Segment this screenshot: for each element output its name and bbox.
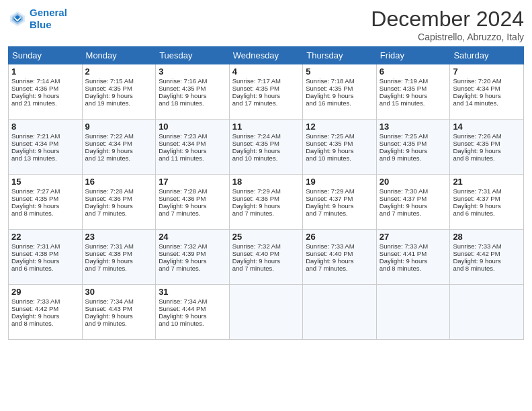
day-info: Daylight: 9 hours: [306, 147, 373, 154]
calendar-cell: 7Sunrise: 7:20 AMSunset: 4:34 PMDaylight…: [450, 64, 524, 120]
day-info: Sunrise: 7:31 AM: [85, 242, 153, 250]
col-header-monday: Monday: [82, 47, 156, 64]
day-info: Sunrise: 7:20 AM: [453, 77, 521, 85]
day-info: Daylight: 9 hours: [159, 257, 226, 265]
day-info: Sunrise: 7:33 AM: [306, 242, 373, 250]
calendar-cell: 28Sunrise: 7:33 AMSunset: 4:42 PMDayligh…: [450, 230, 524, 285]
col-header-wednesday: Wednesday: [229, 47, 303, 64]
calendar-cell: 8Sunrise: 7:21 AMSunset: 4:34 PMDaylight…: [9, 120, 83, 175]
calendar-cell: [450, 285, 524, 340]
day-info: Daylight: 9 hours: [11, 147, 79, 154]
day-info: Daylight: 9 hours: [380, 257, 447, 265]
month-title: December 2024: [371, 7, 524, 32]
day-info: and 8 minutes.: [11, 320, 79, 327]
day-info: Daylight: 9 hours: [11, 312, 79, 320]
day-info: and 10 minutes.: [232, 154, 300, 162]
day-number: 24: [159, 232, 226, 242]
calendar-cell: 3Sunrise: 7:16 AMSunset: 4:35 PMDaylight…: [156, 64, 230, 120]
day-info: and 13 minutes.: [11, 154, 79, 162]
calendar-cell: 23Sunrise: 7:31 AMSunset: 4:38 PMDayligh…: [82, 230, 156, 285]
day-info: Sunrise: 7:28 AM: [159, 187, 226, 195]
calendar-cell: 27Sunrise: 7:33 AMSunset: 4:41 PMDayligh…: [376, 230, 450, 285]
day-number: 8: [11, 122, 79, 132]
day-info: and 7 minutes.: [306, 265, 373, 272]
day-info: Sunrise: 7:22 AM: [85, 132, 153, 140]
calendar-cell: 11Sunrise: 7:24 AMSunset: 4:35 PMDayligh…: [229, 120, 303, 175]
day-info: and 12 minutes.: [85, 154, 153, 162]
day-info: Sunset: 4:35 PM: [232, 85, 300, 92]
calendar-cell: 5Sunrise: 7:18 AMSunset: 4:35 PMDaylight…: [303, 64, 377, 120]
day-info: Sunrise: 7:14 AM: [11, 77, 79, 85]
day-number: 3: [159, 66, 226, 77]
day-info: and 7 minutes.: [306, 210, 373, 217]
day-info: Sunset: 4:40 PM: [232, 250, 300, 257]
logo-general: General: [30, 7, 67, 18]
day-info: Sunrise: 7:24 AM: [232, 132, 300, 140]
day-info: Sunrise: 7:19 AM: [380, 77, 447, 85]
day-number: 18: [232, 177, 300, 187]
calendar-cell: 1Sunrise: 7:14 AMSunset: 4:36 PMDaylight…: [9, 64, 83, 120]
calendar-cell: 16Sunrise: 7:28 AMSunset: 4:36 PMDayligh…: [82, 175, 156, 230]
day-info: and 9 minutes.: [380, 154, 447, 162]
day-info: Sunset: 4:36 PM: [159, 195, 226, 202]
day-info: and 8 minutes.: [453, 265, 521, 272]
col-header-sunday: Sunday: [9, 47, 83, 64]
calendar-cell: 13Sunrise: 7:25 AMSunset: 4:35 PMDayligh…: [376, 120, 450, 175]
day-number: 11: [232, 122, 300, 132]
day-info: Sunset: 4:40 PM: [306, 250, 373, 257]
calendar-cell: 10Sunrise: 7:23 AMSunset: 4:34 PMDayligh…: [156, 120, 230, 175]
day-info: and 7 minutes.: [159, 210, 226, 217]
day-info: Daylight: 9 hours: [232, 92, 300, 99]
day-info: and 10 minutes.: [306, 154, 373, 162]
day-info: Sunset: 4:34 PM: [159, 140, 226, 147]
day-info: Sunrise: 7:30 AM: [380, 187, 447, 195]
day-info: Daylight: 9 hours: [232, 202, 300, 210]
day-info: and 14 minutes.: [453, 99, 521, 107]
day-info: Daylight: 9 hours: [11, 202, 79, 210]
day-info: and 10 minutes.: [159, 320, 226, 327]
day-info: Sunset: 4:41 PM: [380, 250, 447, 257]
calendar-table: SundayMondayTuesdayWednesdayThursdayFrid…: [8, 46, 524, 340]
day-info: Sunrise: 7:15 AM: [85, 77, 153, 85]
day-info: Daylight: 9 hours: [380, 202, 447, 210]
calendar-cell: 2Sunrise: 7:15 AMSunset: 4:35 PMDaylight…: [82, 64, 156, 120]
day-info: Sunset: 4:34 PM: [85, 140, 153, 147]
calendar-cell: [303, 285, 377, 340]
day-info: Sunrise: 7:18 AM: [306, 77, 373, 85]
day-info: Sunset: 4:35 PM: [306, 85, 373, 92]
day-info: Daylight: 9 hours: [85, 257, 153, 265]
logo-icon: [8, 9, 27, 28]
day-info: Sunset: 4:37 PM: [306, 195, 373, 202]
day-info: Sunset: 4:36 PM: [11, 85, 79, 92]
day-info: Daylight: 9 hours: [85, 312, 153, 320]
header: General Blue December 2024 Capistrello, …: [8, 7, 524, 42]
day-info: Sunset: 4:35 PM: [159, 85, 226, 92]
week-row-5: 29Sunrise: 7:33 AMSunset: 4:42 PMDayligh…: [9, 285, 524, 340]
day-info: Daylight: 9 hours: [380, 92, 447, 99]
week-row-1: 1Sunrise: 7:14 AMSunset: 4:36 PMDaylight…: [9, 64, 524, 120]
day-info: Daylight: 9 hours: [453, 147, 521, 154]
day-info: Daylight: 9 hours: [453, 257, 521, 265]
day-info: Daylight: 9 hours: [306, 257, 373, 265]
day-info: and 21 minutes.: [11, 99, 79, 107]
day-info: Daylight: 9 hours: [159, 202, 226, 210]
day-number: 31: [159, 287, 226, 297]
day-info: Daylight: 9 hours: [453, 202, 521, 210]
day-info: and 8 minutes.: [453, 154, 521, 162]
calendar-cell: [229, 285, 303, 340]
calendar-cell: 12Sunrise: 7:25 AMSunset: 4:35 PMDayligh…: [303, 120, 377, 175]
day-info: and 17 minutes.: [232, 99, 300, 107]
day-info: Daylight: 9 hours: [306, 92, 373, 99]
logo-text: General Blue: [30, 7, 67, 31]
day-info: Sunrise: 7:17 AM: [232, 77, 300, 85]
day-info: and 7 minutes.: [232, 210, 300, 217]
day-info: Sunset: 4:38 PM: [85, 250, 153, 257]
day-info: and 11 minutes.: [159, 154, 226, 162]
day-info: Sunrise: 7:29 AM: [232, 187, 300, 195]
calendar-cell: 29Sunrise: 7:33 AMSunset: 4:42 PMDayligh…: [9, 285, 83, 340]
day-info: Sunset: 4:35 PM: [11, 195, 79, 202]
day-number: 19: [306, 177, 373, 187]
day-info: and 7 minutes.: [232, 265, 300, 272]
day-info: Sunset: 4:36 PM: [232, 195, 300, 202]
day-number: 6: [380, 66, 447, 77]
